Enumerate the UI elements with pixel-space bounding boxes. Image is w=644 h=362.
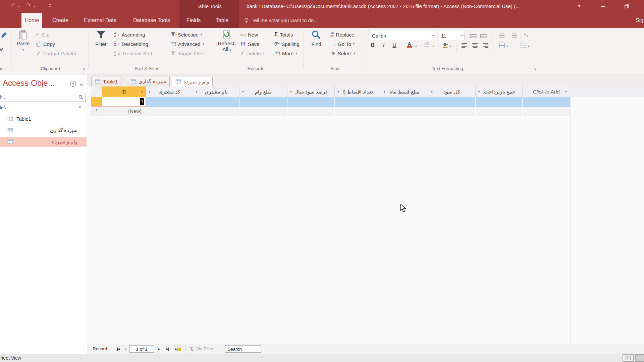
add-field-dropdown-icon[interactable]: ▾ bbox=[565, 90, 567, 94]
shutter-close-icon[interactable]: « bbox=[80, 81, 83, 88]
bullets-icon[interactable] bbox=[470, 34, 477, 40]
tab-file[interactable]: File bbox=[0, 13, 6, 28]
tab-table[interactable]: Table bbox=[210, 13, 234, 28]
column-header-customer-name[interactable]: نام مشتری▾ bbox=[193, 86, 239, 97]
refresh-all-button[interactable]: Refresh All ▾ bbox=[216, 29, 237, 53]
replace-button[interactable]: abac Replace bbox=[331, 30, 354, 39]
delete-button[interactable]: ✗ Delete▾ bbox=[240, 49, 264, 58]
alternate-row-color-button[interactable] bbox=[520, 42, 527, 50]
cell-selected-row[interactable] bbox=[381, 97, 428, 107]
new-record-row-selector[interactable]: * bbox=[91, 107, 102, 116]
previous-record-button[interactable]: ◂ bbox=[124, 344, 126, 354]
column-header-id[interactable]: ID▾ bbox=[102, 86, 146, 97]
filter-dropdown-icon[interactable]: ▾ bbox=[196, 90, 198, 94]
cell-selected-row[interactable] bbox=[287, 97, 335, 107]
cell-selected-row[interactable] bbox=[476, 97, 523, 107]
customize-qat-icon[interactable]: ▾ bbox=[49, 4, 51, 8]
spelling-button[interactable]: ABC ✓ Spelling bbox=[274, 40, 300, 48]
cell-new-record[interactable] bbox=[239, 107, 287, 116]
restore-button[interactable] bbox=[622, 2, 631, 11]
column-header-monthly-installment[interactable]: مبلغ قسط ماه▾ bbox=[381, 86, 428, 97]
select-button[interactable]: Select▾ bbox=[331, 49, 355, 58]
nav-search-box[interactable]: Search... bbox=[0, 93, 86, 102]
filter-dropdown-icon[interactable]: ▾ bbox=[149, 90, 150, 94]
record-search-input[interactable]: Search bbox=[225, 345, 261, 353]
tell-me-box[interactable]: Tell me what you want to do... bbox=[252, 13, 318, 28]
font-name-combo[interactable]: Calibri▾ bbox=[370, 31, 436, 40]
nav-item-vam-o-seporde-selected[interactable]: وام و سپرده bbox=[0, 137, 87, 147]
cell-id-editing[interactable]: 1 bbox=[102, 97, 146, 107]
cell-new-record[interactable] bbox=[381, 107, 428, 116]
format-painter-button[interactable]: Format Painter bbox=[36, 49, 76, 58]
column-header-total-repayment[interactable]: جمع بازپرداخت:▾ bbox=[476, 86, 523, 97]
undo-dropdown-icon[interactable]: ▾ bbox=[18, 5, 20, 8]
view-button[interactable]: View bbox=[0, 46, 3, 52]
first-record-button[interactable]: ◂ bbox=[117, 344, 120, 354]
cell-selected-row[interactable] bbox=[193, 97, 239, 107]
select-all-corner-cell[interactable] bbox=[91, 86, 102, 97]
record-position-box[interactable]: 1 of 1 bbox=[129, 345, 154, 353]
selection-button[interactable]: ϟ Selection▾ bbox=[170, 30, 202, 39]
new-blank-record-button[interactable]: ▸ bbox=[175, 344, 181, 354]
cell-selected-row[interactable] bbox=[523, 97, 570, 107]
filter-dropdown-icon[interactable]: ▾ bbox=[337, 90, 339, 94]
tab-home[interactable]: Home bbox=[21, 13, 42, 28]
numbering-icon[interactable] bbox=[480, 34, 487, 40]
redo-dropdown-icon[interactable]: ▾ bbox=[34, 5, 35, 8]
cell-selected-row[interactable] bbox=[335, 97, 381, 107]
align-center-button[interactable] bbox=[472, 43, 478, 49]
filter-dropdown-icon[interactable]: ▾ bbox=[431, 90, 433, 94]
alternate-row-color-dropdown-icon[interactable]: ▾ bbox=[528, 45, 530, 48]
decrease-indent-icon[interactable]: → bbox=[495, 34, 504, 38]
cell-selected-row[interactable] bbox=[428, 97, 476, 107]
filter-dropdown-icon[interactable]: ▾ bbox=[478, 90, 480, 94]
cell-new-record[interactable] bbox=[335, 107, 381, 116]
filter-dropdown-icon[interactable]: ▾ bbox=[242, 90, 244, 94]
tab-fields[interactable]: Fields bbox=[181, 13, 206, 28]
more-button[interactable]: More▾ bbox=[274, 49, 297, 58]
cell-new-record[interactable] bbox=[146, 107, 193, 116]
find-button[interactable]: Find bbox=[307, 29, 326, 47]
cell-new-record-id[interactable]: (New) bbox=[102, 107, 146, 116]
gridlines-button[interactable] bbox=[499, 42, 505, 50]
text-formatting-dialog-launcher[interactable]: ↘ bbox=[533, 66, 536, 71]
new-record-button[interactable]: New bbox=[240, 30, 258, 39]
cell-new-record[interactable] bbox=[476, 107, 523, 116]
totals-button[interactable]: Σ Totals bbox=[274, 30, 293, 39]
last-record-button[interactable]: ▸ bbox=[166, 344, 169, 354]
doc-tab-table1[interactable]: Table1 bbox=[91, 76, 121, 86]
cell-new-record[interactable] bbox=[428, 107, 476, 116]
design-view-button[interactable] bbox=[635, 354, 644, 362]
column-header-installment-count[interactable]: تعداد اقساط (ا▾ bbox=[335, 86, 381, 97]
cell-new-record[interactable] bbox=[287, 107, 335, 116]
ascending-button[interactable]: AZ↓ Ascending bbox=[114, 30, 145, 39]
tab-database-tools[interactable]: Database Tools bbox=[128, 13, 175, 28]
tab-external-data[interactable]: External Data bbox=[80, 13, 121, 28]
descending-button[interactable]: ZA↓ Descending bbox=[114, 40, 148, 48]
gridlines-dropdown-icon[interactable]: ▾ bbox=[506, 45, 508, 48]
collapse-group-icon[interactable]: » bbox=[78, 106, 83, 109]
search-icon[interactable] bbox=[78, 95, 84, 102]
bold-button[interactable]: B bbox=[369, 42, 376, 48]
no-filter-button[interactable]: No Filter bbox=[197, 344, 214, 354]
column-header-customer-code[interactable]: کد مشتری▾ bbox=[146, 86, 193, 97]
next-record-button[interactable]: ▸ bbox=[158, 344, 160, 354]
font-color-dropdown-icon[interactable]: ▾ bbox=[415, 45, 417, 48]
rtl-direction-icon[interactable]: ¶▾ bbox=[524, 32, 528, 38]
nav-item-seporde-gozari[interactable]: سپرده گذاری bbox=[0, 126, 87, 135]
filter-dropdown-icon[interactable]: ▾ bbox=[384, 90, 385, 94]
column-header-total-interest[interactable]: کل سود▾ bbox=[428, 86, 476, 97]
italic-button[interactable]: I bbox=[380, 42, 387, 48]
filter-dropdown-icon[interactable]: ▾ bbox=[290, 90, 292, 94]
nav-pane-menu-icon[interactable] bbox=[70, 80, 76, 88]
toggle-filter-button[interactable]: Toggle Filter bbox=[170, 49, 205, 58]
font-size-combo[interactable]: 11▾ bbox=[439, 31, 465, 40]
cell-selected-row[interactable] bbox=[146, 97, 193, 107]
filter-button[interactable]: Filter bbox=[91, 29, 111, 47]
minimize-button[interactable] bbox=[598, 2, 608, 11]
column-header-annual-interest[interactable]: درصد سود سال▾ bbox=[287, 86, 335, 97]
advanced-button[interactable]: Advanced▾ bbox=[170, 40, 204, 48]
background-fill-button[interactable] bbox=[442, 42, 448, 50]
column-header-loan-amount[interactable]: مبلغ وام▾ bbox=[239, 86, 287, 97]
underline-button[interactable]: U bbox=[391, 42, 398, 48]
